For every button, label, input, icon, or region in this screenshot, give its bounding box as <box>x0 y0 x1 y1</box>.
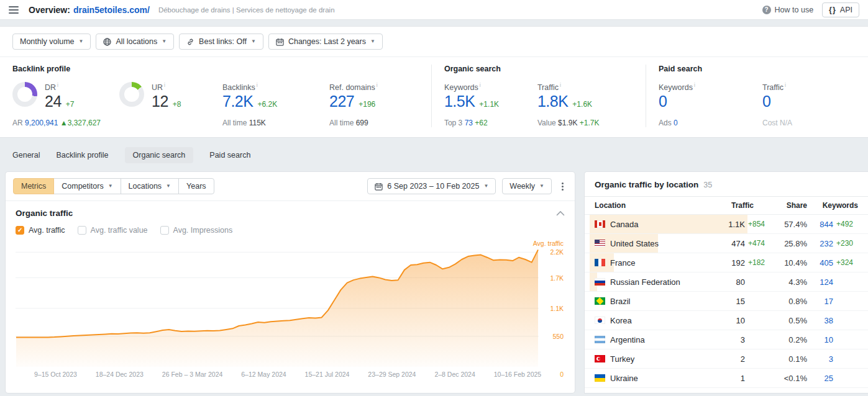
locations-table-body: Canada 1.1K +854 57.4% 844 +492 United S… <box>585 215 868 388</box>
checkbox-checked-icon <box>16 226 24 235</box>
keywords-link[interactable]: 38 <box>807 316 833 325</box>
segment-competitors[interactable]: Competitors▼ <box>53 178 121 194</box>
metric-value-link[interactable]: 0 <box>762 92 770 110</box>
metric-value-link[interactable]: 0 <box>659 92 667 110</box>
avg-traffic-checkbox[interactable]: Avg. traffic <box>16 226 65 235</box>
x-tick-label: 9–15 Oct 2023 <box>34 371 77 378</box>
date-range-label: 6 Sep 2023 – 10 Feb 2025 <box>387 182 479 191</box>
keywords-link[interactable]: 3 <box>807 354 833 364</box>
sub-metric: All time 699 <box>329 119 378 127</box>
info-icon[interactable]: i <box>57 82 58 88</box>
x-tick-label: 18–24 Dec 2023 <box>96 371 144 378</box>
volume-mode-dropdown[interactable]: Monthly volume ▼ <box>12 34 91 50</box>
section-title: Paid search <box>659 65 868 73</box>
hamburger-menu-icon[interactable] <box>9 6 19 14</box>
info-icon[interactable]: i <box>257 82 258 88</box>
table-row[interactable]: Argentina 3 0.2% 10 <box>585 330 868 349</box>
segment-years[interactable]: Years <box>178 178 214 194</box>
braces-icon: {} <box>829 6 836 14</box>
metric-label: Traffici <box>537 82 600 92</box>
info-icon[interactable]: i <box>785 82 786 88</box>
collapse-chevron-up-icon[interactable] <box>556 210 565 216</box>
metric-value-link[interactable]: 1.8K <box>537 92 568 110</box>
tab-paid-search[interactable]: Paid search <box>209 147 250 163</box>
table-row[interactable]: Canada 1.1K +854 57.4% 844 +492 <box>585 215 868 234</box>
best-links-dropdown[interactable]: Best links: Off ▼ <box>179 34 263 50</box>
info-icon[interactable]: i <box>560 82 561 88</box>
info-icon[interactable]: i <box>480 82 481 88</box>
metric-value-link[interactable]: 1.5K <box>444 92 475 110</box>
segment-locations[interactable]: Locations▼ <box>121 178 179 194</box>
column-share[interactable]: Share <box>771 201 807 210</box>
info-icon[interactable]: i <box>164 82 165 88</box>
keywords-link[interactable]: 17 <box>807 297 833 306</box>
granularity-dropdown[interactable]: Weekly ▼ <box>502 178 552 194</box>
metric-value: 24 <box>45 92 62 110</box>
traffic-area-chart[interactable] <box>16 240 539 367</box>
info-icon[interactable]: i <box>694 82 695 88</box>
y-tick-label: 550 <box>552 333 564 340</box>
column-location[interactable]: Location <box>595 201 719 210</box>
sub-metric: Value $1.9K +1.7K <box>537 119 600 127</box>
share-value: 0.5% <box>771 316 807 325</box>
tab-organic-search[interactable]: Organic search <box>125 147 194 163</box>
location-name: Brazil <box>610 297 631 306</box>
metric-value-link[interactable]: 7.2K <box>222 92 253 110</box>
table-row[interactable]: Russian Federation 80 4.3% 124 <box>585 272 868 292</box>
metric-value: 12 <box>152 92 168 110</box>
ref-domains-metric: Ref. domainsi 227+196 All time 699 <box>329 82 429 127</box>
traffic-value: 10 <box>719 316 745 325</box>
target-domain-link[interactable]: drain5etoiles.com/ <box>73 5 150 15</box>
sub-metric: Ads 0 <box>659 119 695 127</box>
x-tick-label: 15–21 Jul 2024 <box>305 371 350 378</box>
table-row[interactable]: Brazil 15 0.8% 17 <box>585 292 868 311</box>
x-tick-label: 26 Feb – 3 Mar 2024 <box>162 371 222 378</box>
chevron-down-icon: ▼ <box>108 184 113 189</box>
keywords-link[interactable]: 25 <box>807 374 833 383</box>
info-icon[interactable]: i <box>377 82 378 88</box>
more-options-kebab-icon[interactable] <box>558 180 567 193</box>
traffic-change: +854 <box>745 220 771 228</box>
metric-label: Traffici <box>762 82 792 92</box>
location-name: Canada <box>610 220 639 229</box>
keywords-link[interactable]: 10 <box>807 335 833 344</box>
tab-backlink-profile[interactable]: Backlink profile <box>56 147 108 163</box>
segment-metrics[interactable]: Metrics <box>13 178 54 194</box>
how-to-use-link[interactable]: ? How to use <box>762 6 814 14</box>
series-axis-label: Avg. traffic <box>533 240 564 247</box>
chevron-down-icon: ▼ <box>166 184 171 189</box>
table-row[interactable]: United States 474 +474 25.8% 232 +230 <box>585 234 868 253</box>
keywords-link[interactable]: 232 <box>807 239 833 248</box>
table-row[interactable]: Ukraine 1 <0.1% 25 <box>585 369 868 388</box>
sub-metric: Cost N/A <box>762 119 792 127</box>
table-row[interactable]: Korea 10 0.5% 38 <box>585 311 868 330</box>
chevron-down-icon: ▼ <box>539 184 544 189</box>
locations-dropdown[interactable]: All locations ▼ <box>96 34 174 50</box>
table-row[interactable]: France 192 +182 10.4% 405 +324 <box>585 253 868 272</box>
column-keywords[interactable]: Keywords <box>807 201 858 210</box>
chevron-down-icon: ▼ <box>483 184 488 189</box>
traffic-value: 474 <box>719 239 745 248</box>
calendar-icon <box>276 38 284 46</box>
ua-flag-icon <box>595 374 605 382</box>
table-row[interactable]: Turkey 2 0.1% 3 <box>585 349 868 369</box>
keywords-link[interactable]: 405 <box>807 258 833 268</box>
avg-traffic-value-checkbox[interactable]: Avg. traffic value <box>78 226 148 235</box>
date-range-picker[interactable]: 6 Sep 2023 – 10 Feb 2025 ▼ <box>367 178 496 194</box>
avg-impressions-checkbox[interactable]: Avg. Impressions <box>160 226 233 235</box>
keywords-link[interactable]: 844 <box>807 220 833 229</box>
organic-traffic-card: Metrics Competitors▼ Locations▼ Years 6 … <box>5 171 575 394</box>
changes-period-dropdown[interactable]: Changes: Last 2 years ▼ <box>268 34 383 50</box>
metric-value-link[interactable]: 227 <box>329 92 354 110</box>
share-value: 0.8% <box>771 297 807 306</box>
metric-label: Ref. domainsi <box>329 82 378 92</box>
metrics-summary: Backlink profile DRi 24+7 AR 9,200,941 ▲… <box>0 57 868 137</box>
tab-general[interactable]: General <box>12 147 40 163</box>
domain-rating-metric: DRi 24+7 AR 9,200,941 ▲3,327,627 <box>12 82 119 127</box>
fr-flag-icon <box>595 259 605 266</box>
api-button[interactable]: {} API <box>822 2 859 17</box>
backlink-profile-section: Backlink profile DRi 24+7 AR 9,200,941 ▲… <box>0 65 431 127</box>
column-traffic[interactable]: Traffic <box>719 201 771 210</box>
keywords-link[interactable]: 124 <box>807 277 833 287</box>
traffic-value: 192 <box>719 258 745 268</box>
